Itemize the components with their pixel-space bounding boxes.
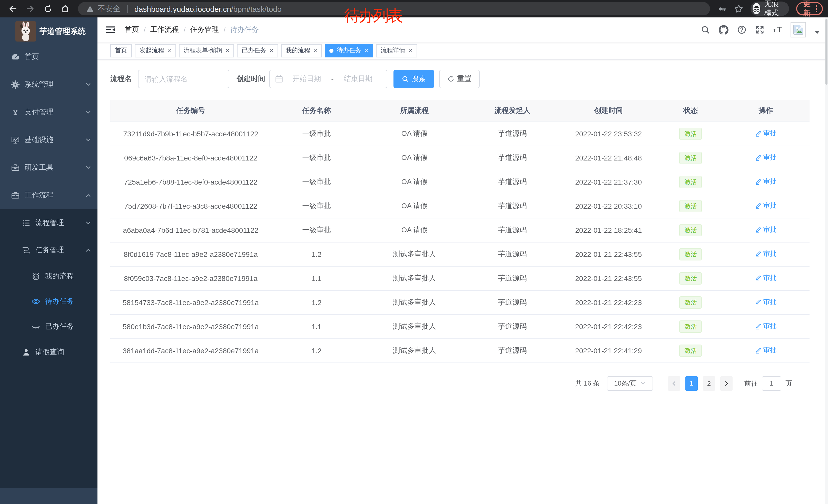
site-security-chip[interactable]: 不安全 [86,4,121,13]
approve-link[interactable]: 审批 [755,297,777,307]
date-range-picker[interactable]: 开始日期 - 结束日期 [269,70,387,88]
chevron-down-icon [85,165,91,171]
github-icon[interactable] [719,25,729,35]
logo-image [15,21,36,42]
cell-initiator: 芋道源码 [467,338,557,363]
cell-task-id: 75d72608-7b7f-11ec-a3c8-acde48001122 [110,194,271,218]
sidebar-collapse-icon[interactable] [105,25,116,35]
approve-link[interactable]: 审批 [755,129,777,138]
eye-closed-icon [31,322,41,331]
cell-process: OA 请假 [362,146,467,170]
scrollbar[interactable] [825,17,828,504]
chevron-up-icon [85,247,91,253]
tab-todo-tasks[interactable]: 待办任务× [325,44,373,57]
breadcrumb-workflow[interactable]: 工作流程 [150,25,179,34]
avatar[interactable] [791,22,806,37]
sidebar-item-system[interactable]: 系统管理 [0,71,97,98]
close-icon[interactable]: × [314,47,317,54]
page-2-button[interactable]: 2 [703,376,715,391]
page-1-button[interactable]: 1 [686,376,698,391]
approve-link[interactable]: 审批 [755,249,777,259]
approve-link[interactable]: 审批 [755,322,777,331]
font-size-icon[interactable]: TT [773,25,782,34]
cell-process: 测试多审批人 [362,290,467,314]
fullscreen-icon[interactable] [755,25,764,34]
goto-page-input[interactable] [762,376,781,391]
status-badge: 激活 [679,344,702,357]
tab-process-detail[interactable]: 流程详情× [376,44,417,57]
cell-initiator: 芋道源码 [467,146,557,170]
browser-update-button[interactable]: 更新 [796,2,823,15]
browser-menu-icon[interactable] [816,5,817,12]
approve-link[interactable]: 审批 [755,346,777,355]
tags-view-bar: 首页 发起流程× 流程表单-编辑× 已办任务× 我的流程× 待办任务× [97,42,828,59]
incognito-badge[interactable]: 无痕模式 [750,2,789,16]
tab-process-form-edit[interactable]: 流程表单-编辑× [179,44,234,57]
avatar-caret-icon[interactable] [815,31,820,34]
sidebar-item-home[interactable]: 首页 [0,43,97,71]
tab-done-tasks[interactable]: 已办任务× [237,44,278,57]
pagination: 共 16 条 10条/页 1 2 前往 页 [97,376,792,391]
page-size-select[interactable]: 10条/页 [607,376,653,391]
close-icon[interactable]: × [167,47,171,54]
prev-page-button[interactable] [668,376,680,391]
tab-start-process[interactable]: 发起流程× [135,44,176,57]
help-icon[interactable] [737,25,746,34]
sidebar-filler [0,366,97,488]
close-icon[interactable]: × [408,47,412,54]
process-name-input[interactable] [138,70,229,88]
cell-created: 2022-01-21 22:42:23 [558,290,659,314]
close-icon[interactable]: × [225,47,229,54]
breadcrumb-home[interactable]: 首页 [125,25,139,34]
table-row: 58154733-7ac8-11ec-a9e2-a2380e71991a 1.2… [110,290,810,314]
sidebar-item-label: 支付管理 [25,108,53,117]
breadcrumb-task-management[interactable]: 任务管理 [190,25,219,34]
dashboard-icon [11,52,20,61]
status-badge: 激活 [679,151,702,164]
cell-action: 审批 [722,122,810,146]
reload-icon[interactable] [40,2,55,15]
approve-link[interactable]: 审批 [755,153,777,162]
sidebar-item-done-tasks[interactable]: 已办任务 [0,314,97,339]
tab-home[interactable]: 首页 [110,44,132,57]
column-actions: 操作 [722,100,810,122]
sidebar-item-workflow[interactable]: 工作流程 [0,182,97,209]
process-name-label: 流程名 [110,74,132,84]
back-icon[interactable] [5,2,20,15]
forward-icon[interactable] [23,2,38,15]
app-logo[interactable]: 芋道管理系统 [0,17,97,43]
status-badge: 激活 [679,320,702,332]
search-icon[interactable] [701,25,710,34]
close-icon[interactable]: × [269,47,273,54]
cell-initiator: 芋道源码 [467,266,557,290]
table-body: 73211d9d-7b9b-11ec-b5b7-acde48001122 一级审… [110,122,810,363]
scrollbar-thumb[interactable] [825,19,827,85]
tab-my-process[interactable]: 我的流程× [281,44,322,57]
status-badge: 激活 [679,248,702,260]
screen: 不安全 dashboard.yudao.iocoder.cn/bpm/task/… [0,0,828,504]
sidebar-item-payment[interactable]: ¥ 支付管理 [0,98,97,126]
pen-icon [755,178,762,185]
approve-link[interactable]: 审批 [755,177,777,186]
sidebar-item-task-management[interactable]: 任务管理 [0,236,97,264]
bookmark-star-icon[interactable] [734,4,743,13]
search-button[interactable]: 搜索 [394,70,434,88]
pen-icon [755,154,762,161]
sidebar-item-todo-tasks[interactable]: 待办任务 [0,289,97,314]
close-icon[interactable]: × [365,47,368,54]
sidebar-item-leave-query[interactable]: 请假查询 [0,339,97,366]
approve-link[interactable]: 审批 [755,274,777,283]
sidebar-item-dev-tools[interactable]: 研发工具 [0,154,97,182]
yen-icon: ¥ [11,108,20,117]
reset-button[interactable]: 重置 [439,70,480,88]
status-badge: 激活 [679,224,702,236]
approve-link[interactable]: 审批 [755,225,777,235]
approve-link[interactable]: 审批 [755,201,777,211]
password-key-icon[interactable] [717,4,727,13]
sidebar-item-my-process[interactable]: 我的流程 [0,264,97,289]
home-icon[interactable] [57,2,73,15]
table-row: a6aba0a4-7b6d-11ec-b781-acde48001122 一级审… [110,218,810,242]
sidebar-item-infrastructure[interactable]: 基础设施 [0,126,97,154]
next-page-button[interactable] [720,376,733,391]
sidebar-item-process-management[interactable]: 流程管理 [0,209,97,236]
